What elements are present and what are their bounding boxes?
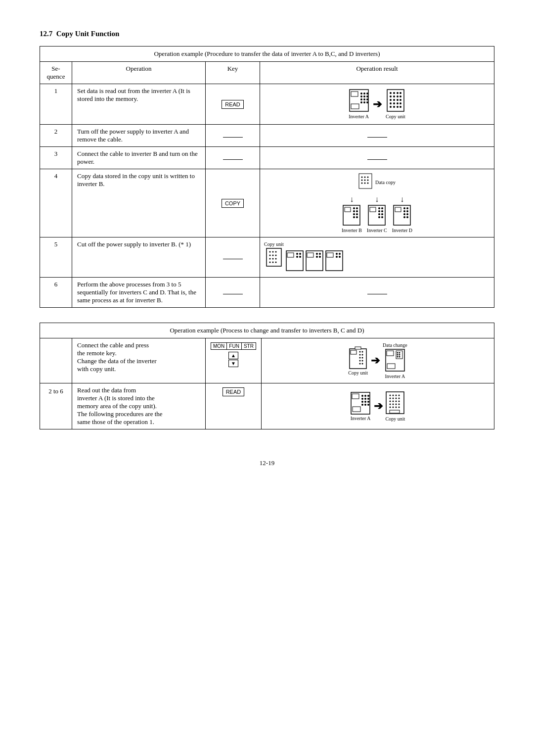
svg-point-142 <box>364 404 366 406</box>
svg-point-4 <box>366 93 368 94</box>
svg-point-156 <box>393 400 394 402</box>
svg-point-113 <box>359 357 361 358</box>
svg-point-96 <box>316 253 318 255</box>
fun-key: FUN <box>227 342 242 350</box>
svg-point-159 <box>390 403 391 405</box>
header-result: Operation result <box>260 62 494 84</box>
svg-point-62 <box>381 213 383 215</box>
svg-point-41 <box>364 180 366 181</box>
table-row: 5 Cut off the power supply to inverter B… <box>40 237 494 278</box>
inverter-c2-svg <box>306 250 323 272</box>
op-1: Set data is read out from the inverter A… <box>72 84 206 125</box>
svg-point-126 <box>399 354 400 356</box>
svg-point-90 <box>296 253 298 255</box>
svg-point-117 <box>359 363 361 364</box>
op-5: Cut off the power supply to inverter B. … <box>72 237 206 278</box>
table1-title: Operation example (Procedure to transfer… <box>40 47 494 62</box>
svg-point-158 <box>399 400 400 402</box>
section-title: 12.7 Copy Unit Function <box>40 30 494 38</box>
table-row: 1 Set data is read out from the inverter… <box>40 84 494 125</box>
table-row: 2 Turn off the power supply to inverter … <box>40 125 494 147</box>
seq-4: 4 <box>40 169 72 237</box>
inverter-a-t2-svg <box>385 349 405 373</box>
dash-3 <box>223 159 243 160</box>
svg-point-2 <box>360 93 362 94</box>
seq-t2-1 <box>40 338 72 383</box>
read-button-2: READ <box>222 387 245 396</box>
key-4: COPY <box>206 169 260 237</box>
svg-point-116 <box>362 360 363 361</box>
svg-point-141 <box>361 404 363 406</box>
svg-point-54 <box>356 216 358 218</box>
svg-point-10 <box>366 98 368 100</box>
svg-point-33 <box>393 106 395 108</box>
inverter-b-svg <box>343 205 360 227</box>
table-row: 2 to 6 Read out the data from inverter A… <box>40 383 494 429</box>
svg-point-151 <box>390 397 391 399</box>
svg-point-35 <box>400 106 401 108</box>
dash-6 <box>223 294 243 294</box>
svg-point-49 <box>353 210 355 212</box>
header-seq: Se-quence <box>40 62 72 84</box>
svg-point-102 <box>336 253 338 255</box>
copy-unit-t2-2-svg <box>386 391 404 416</box>
svg-point-143 <box>367 404 369 406</box>
svg-point-162 <box>399 403 400 405</box>
arrow-down-c: ↓ <box>375 195 379 204</box>
svg-point-24 <box>390 99 392 101</box>
inverter-c-svg <box>368 205 386 227</box>
svg-point-78 <box>272 251 273 253</box>
svg-point-84 <box>272 258 273 260</box>
dash-2 <box>223 137 243 138</box>
svg-rect-76 <box>267 248 281 266</box>
svg-point-149 <box>396 394 397 396</box>
svg-point-51 <box>353 213 355 215</box>
svg-point-22 <box>397 95 399 97</box>
table-header-row: Se-quence Operation Key Operation result <box>40 62 494 84</box>
copy-button: COPY <box>222 199 244 208</box>
svg-point-58 <box>381 207 383 209</box>
svg-point-69 <box>403 210 405 212</box>
svg-point-111 <box>359 354 361 355</box>
svg-point-86 <box>269 262 270 263</box>
down-key: ▼ <box>228 360 238 367</box>
svg-point-115 <box>359 360 361 361</box>
svg-rect-36 <box>359 174 372 189</box>
svg-point-21 <box>393 95 395 97</box>
result-dash-2 <box>367 137 387 138</box>
key-t2-1: MONFUNSTR ▲ ▼ <box>206 338 262 383</box>
result-6 <box>260 278 494 308</box>
svg-point-13 <box>366 101 368 103</box>
result-4: Data copy ↓ <box>260 169 494 237</box>
copy-unit-svg <box>387 89 404 114</box>
result-t2-1: Copy unit ➔ Data change <box>261 338 494 383</box>
svg-point-61 <box>378 213 380 215</box>
svg-point-110 <box>362 351 363 352</box>
svg-point-166 <box>399 406 400 408</box>
arrow-down-b: ↓ <box>350 195 354 204</box>
result-3 <box>260 147 494 169</box>
svg-point-153 <box>396 397 397 399</box>
svg-point-164 <box>393 406 394 408</box>
svg-point-79 <box>275 251 276 253</box>
str-key: STR <box>242 342 256 350</box>
key-2 <box>206 125 260 147</box>
mon-key: MON <box>211 342 227 350</box>
result-2 <box>260 125 494 147</box>
key-t2-2: READ <box>206 383 262 429</box>
svg-point-83 <box>269 258 270 260</box>
svg-point-82 <box>275 255 276 256</box>
seq-6: 6 <box>40 278 72 308</box>
svg-point-12 <box>363 101 365 103</box>
svg-point-157 <box>396 400 397 402</box>
svg-point-128 <box>399 356 400 358</box>
svg-point-109 <box>359 351 361 352</box>
svg-point-150 <box>399 394 400 396</box>
svg-point-99 <box>319 256 321 258</box>
svg-point-114 <box>362 357 363 358</box>
svg-rect-106 <box>327 253 333 257</box>
svg-point-39 <box>367 177 369 178</box>
svg-point-147 <box>390 394 391 396</box>
svg-point-135 <box>361 398 363 400</box>
svg-point-67 <box>403 207 405 209</box>
